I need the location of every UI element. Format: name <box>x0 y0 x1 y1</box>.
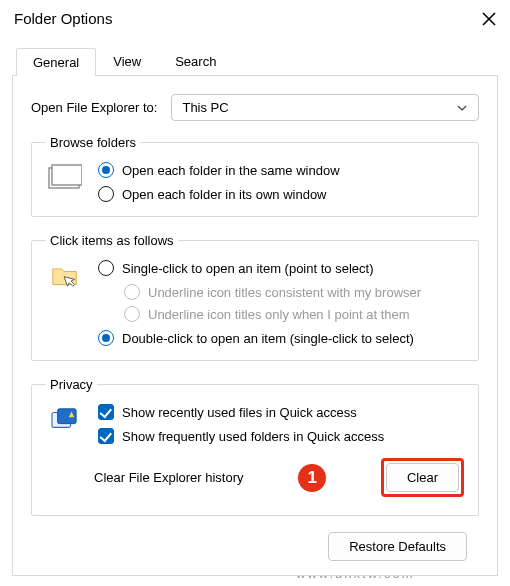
folders-icon <box>46 162 84 202</box>
radio-same-window[interactable]: Open each folder in the same window <box>98 162 464 178</box>
window-title: Folder Options <box>14 10 112 27</box>
check-frequent-folders-label: Show frequently used folders in Quick ac… <box>122 429 384 444</box>
restore-defaults-button[interactable]: Restore Defaults <box>328 532 467 561</box>
tab-panel-general: Open File Explorer to: This PC Browse fo… <box>12 75 498 576</box>
tab-general[interactable]: General <box>16 48 96 76</box>
radio-same-window-label: Open each folder in the same window <box>122 163 340 178</box>
radio-single-click[interactable]: Single-click to open an item (point to s… <box>98 260 464 276</box>
group-click-items: Click items as follows Single-click to o… <box>31 233 479 361</box>
clear-button[interactable]: Clear <box>386 463 459 492</box>
radio-underline-point-label: Underline icon titles only when I point … <box>148 307 410 322</box>
svg-rect-3 <box>52 165 82 185</box>
open-explorer-label: Open File Explorer to: <box>31 100 157 115</box>
radio-single-click-label: Single-click to open an item (point to s… <box>122 261 373 276</box>
open-explorer-row: Open File Explorer to: This PC <box>31 94 479 121</box>
chevron-down-icon <box>456 102 468 114</box>
radio-own-window-label: Open each folder in its own window <box>122 187 327 202</box>
open-explorer-select[interactable]: This PC <box>171 94 479 121</box>
privacy-icon <box>46 404 84 444</box>
radio-own-window[interactable]: Open each folder in its own window <box>98 186 464 202</box>
radio-underline-point: Underline icon titles only when I point … <box>124 306 464 322</box>
check-frequent-folders[interactable]: Show frequently used folders in Quick ac… <box>98 428 464 444</box>
annotation-badge-1: 1 <box>298 464 326 492</box>
click-folder-icon <box>46 260 84 346</box>
group-browse-folders: Browse folders Open each folder in the s… <box>31 135 479 217</box>
check-recent-files[interactable]: Show recently used files in Quick access <box>98 404 464 420</box>
group-click-legend: Click items as follows <box>46 233 178 248</box>
radio-double-click-label: Double-click to open an item (single-cli… <box>122 331 414 346</box>
clear-history-label: Clear File Explorer history <box>94 470 244 485</box>
group-privacy-legend: Privacy <box>46 377 97 392</box>
title-bar: Folder Options <box>0 0 510 39</box>
open-explorer-value: This PC <box>182 100 228 115</box>
radio-double-click[interactable]: Double-click to open an item (single-cli… <box>98 330 464 346</box>
tab-bar: General View Search <box>16 47 510 75</box>
group-browse-legend: Browse folders <box>46 135 140 150</box>
radio-underline-browser: Underline icon titles consistent with my… <box>124 284 464 300</box>
close-icon[interactable] <box>482 12 496 26</box>
check-recent-files-label: Show recently used files in Quick access <box>122 405 357 420</box>
tab-search[interactable]: Search <box>158 47 233 75</box>
radio-underline-browser-label: Underline icon titles consistent with my… <box>148 285 421 300</box>
tab-view[interactable]: View <box>96 47 158 75</box>
annotation-frame-clear: Clear <box>381 458 464 497</box>
group-privacy: Privacy Show recently used files in Quic… <box>31 377 479 516</box>
